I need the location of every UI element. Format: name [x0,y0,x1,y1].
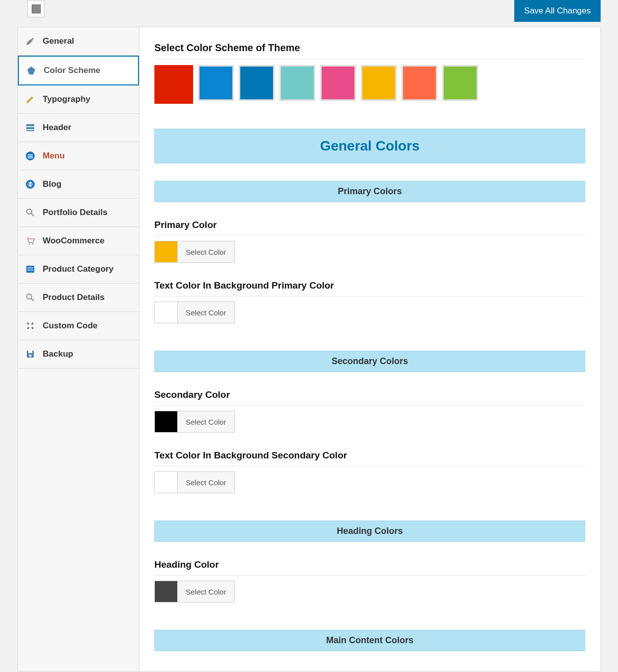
search-icon [25,292,36,303]
heading-color-label: Heading Color [154,559,585,576]
swatch-orange[interactable] [402,65,437,101]
swatch-green[interactable] [442,65,478,101]
heading-color-swatch [155,581,177,602]
secondary-color-swatch [155,411,177,432]
select-color-button[interactable]: Select Color [177,581,234,602]
sidebar-item-typography[interactable]: Typography [18,85,139,114]
tools-icon [25,320,36,331]
swatch-blue[interactable] [198,65,234,101]
sidebar-item-label: Product Category [43,264,114,274]
sidebar-item-label: Portfolio Details [43,208,107,218]
svg-rect-5 [28,156,33,157]
svg-rect-2 [26,130,34,131]
secondary-color-picker[interactable]: Select Color [154,411,235,433]
sidebar-item-label: Typography [43,94,90,104]
globe-icon [25,179,36,190]
secondary-text-color-label: Text Color In Background Secondary Color [154,450,585,466]
svg-rect-15 [27,270,33,271]
primary-text-color-swatch [155,302,177,323]
primary-text-color-label: Text Color In Background Primary Color [154,280,585,297]
primary-color-swatch [155,241,177,262]
palette-icon [26,65,37,76]
select-color-button[interactable]: Select Color [177,411,234,432]
sidebar-item-menu[interactable]: Menu [18,142,139,170]
sidebar-item-label: Backup [43,349,73,359]
svg-point-11 [32,243,34,245]
svg-point-20 [29,355,32,357]
primary-colors-heading: Primary Colors [154,181,585,202]
svg-rect-1 [26,127,34,129]
sidebar-item-label: Color Scheme [44,66,100,75]
svg-rect-14 [27,269,33,269]
pencil-icon [25,94,36,105]
menu-icon [25,150,36,161]
color-scheme-swatches [154,65,585,104]
secondary-colors-heading: Secondary Colors [154,351,585,372]
disk-icon [25,349,36,360]
sidebar-item-color-scheme[interactable]: Color Scheme [18,56,139,85]
wrench-icon [25,36,36,47]
sidebar-item-label: General [43,36,74,46]
swatch-darkblue[interactable] [239,65,275,101]
sidebar-item-general[interactable]: General [18,27,139,56]
sidebar-item-product-details[interactable]: Product Details [18,284,139,312]
sidebar-item-backup[interactable]: Backup [18,340,139,369]
svg-rect-0 [26,124,34,126]
sidebar-item-custom-code[interactable]: Custom Code [18,312,139,340]
primary-color-picker[interactable]: Select Color [154,241,235,263]
svg-rect-13 [27,267,33,268]
svg-rect-19 [28,351,32,353]
svg-line-9 [31,214,34,216]
content-area: Select Color Scheme of Theme General Col… [139,27,600,671]
heading-colors-heading: Heading Colors [154,521,585,542]
primary-text-color-picker[interactable]: Select Color [154,301,235,323]
svg-rect-6 [28,157,33,158]
svg-line-17 [31,299,34,301]
swatch-red[interactable] [154,65,193,104]
sidebar-item-label: Menu [43,151,65,161]
main-content-colors-heading: Main Content Colors [154,630,585,651]
sidebar-item-label: WooCommerce [43,236,104,246]
sidebar-item-label: Product Details [43,293,105,302]
swatch-teal[interactable] [279,65,315,101]
svg-point-10 [29,243,30,245]
sidebar-item-woocommerce[interactable]: WooCommerce [18,227,139,255]
scheme-title: Select Color Scheme of Theme [154,42,585,59]
cart-icon [25,235,36,246]
sidebar-item-label: Blog [43,179,62,189]
svg-point-16 [27,294,32,299]
select-color-button[interactable]: Select Color [177,472,234,493]
secondary-text-color-swatch [155,472,177,493]
search-icon [25,207,36,218]
swatch-pink[interactable] [320,65,356,101]
sidebar-item-blog[interactable]: Blog [18,170,139,199]
svg-point-8 [27,209,32,214]
sidebar: General Color Scheme Typography Header M… [18,27,139,671]
list-icon [25,264,36,275]
heading-color-picker[interactable]: Select Color [154,581,235,602]
sidebar-item-product-category[interactable]: Product Category [18,255,139,284]
svg-rect-4 [28,154,33,155]
sidebar-item-portfolio[interactable]: Portfolio Details [18,199,139,227]
secondary-color-label: Secondary Color [154,389,585,406]
select-color-button[interactable]: Select Color [177,241,234,262]
primary-color-label: Primary Color [154,220,585,236]
save-all-button[interactable]: Save All Changes [514,0,601,22]
secondary-text-color-picker[interactable]: Select Color [154,471,235,493]
sidebar-item-label: Header [43,123,71,133]
swatch-amber[interactable] [361,65,397,101]
sidebar-item-header[interactable]: Header [18,114,139,142]
layout-icon [25,122,36,133]
sidebar-item-label: Custom Code [43,321,98,331]
general-colors-heading: General Colors [154,129,585,163]
select-color-button[interactable]: Select Color [177,302,234,323]
theme-logo-icon [27,0,45,17]
